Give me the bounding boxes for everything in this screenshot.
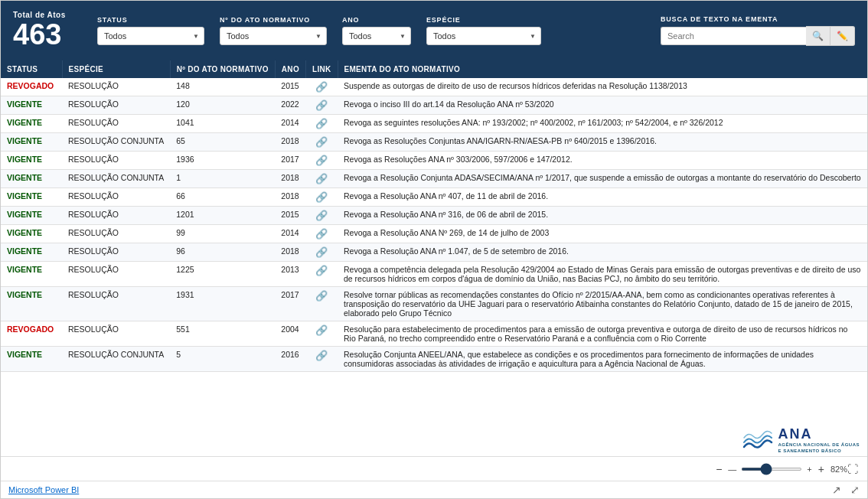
link-icon[interactable]: 🔗 [315, 325, 328, 336]
search-button[interactable]: 🔍 [806, 26, 830, 46]
table-row[interactable]: VIGENTE RESOLUÇÃO 96 2018 🔗 Revoga a Res… [1, 243, 867, 262]
data-table: STATUS ESPÉCIE Nº DO ATO NORMATIVO ANO L… [1, 60, 867, 372]
table-row[interactable]: VIGENTE RESOLUÇÃO 1931 2017 🔗 Resolve to… [1, 287, 867, 321]
total-atos-count: 463 [13, 19, 82, 51]
filter-especie-wrapper: Todos RESOLUÇÃO RESOLUÇÃO CONJUNTA [426, 27, 541, 45]
cell-especie: RESOLUÇÃO [62, 243, 170, 262]
cell-especie: RESOLUÇÃO [62, 96, 170, 115]
cell-especie: RESOLUÇÃO [62, 152, 170, 170]
table-header: STATUS ESPÉCIE Nº DO ATO NORMATIVO ANO L… [1, 60, 867, 78]
table-row[interactable]: VIGENTE RESOLUÇÃO 1936 2017 🔗 Revoga as … [1, 152, 867, 170]
cell-num: 551 [170, 321, 275, 347]
total-atos-block: Total de Atos 463 [13, 11, 82, 51]
cell-num: 1201 [170, 207, 275, 225]
cell-num: 66 [170, 188, 275, 207]
zoom-plus-button[interactable]: + [817, 463, 826, 475]
link-icon[interactable]: 🔗 [315, 155, 328, 166]
cell-num: 1225 [170, 262, 275, 287]
link-icon[interactable]: 🔗 [315, 136, 328, 148]
col-header-ano: ANO [275, 60, 305, 78]
link-icon[interactable]: 🔗 [315, 81, 328, 93]
ana-title: ANA [778, 426, 860, 442]
filter-ano-wrapper: Todos [342, 27, 411, 45]
col-header-ementa: EMENTA DO ATO NORMATIVO [338, 60, 867, 78]
cell-ano: 2015 [275, 207, 305, 225]
table-row[interactable]: VIGENTE RESOLUÇÃO 99 2014 🔗 Revoga a Res… [1, 225, 867, 243]
link-icon[interactable]: 🔗 [315, 228, 328, 240]
link-icon[interactable]: 🔗 [315, 99, 328, 111]
cell-link[interactable]: 🔗 [305, 133, 338, 152]
zoom-minus-button[interactable]: − [714, 463, 723, 475]
cell-link[interactable]: 🔗 [305, 321, 338, 347]
cell-link[interactable]: 🔗 [305, 170, 338, 188]
cell-especie: RESOLUÇÃO [62, 321, 170, 347]
cell-ementa: Revoga a Resolução Conjunta ADASA/SECIMA… [338, 170, 867, 188]
cell-status: VIGENTE [1, 287, 62, 321]
link-icon[interactable]: 🔗 [315, 118, 328, 129]
cell-ementa: Suspende as outorgas de direito de uso d… [338, 78, 867, 96]
table-row[interactable]: REVOGADO RESOLUÇÃO 551 2004 🔗 Resolução … [1, 321, 867, 347]
cell-num: 65 [170, 133, 275, 152]
zoom-percent-label: 82% [830, 465, 847, 474]
filter-status-select[interactable]: Todos VIGENTE REVOGADO [97, 27, 204, 45]
ana-logo-area: ANA AGÊNCIA NACIONAL DE ÁGUAS E SANEAMEN… [1, 423, 867, 456]
search-input-wrapper: 🔍 ✏️ [661, 26, 855, 46]
table-row[interactable]: VIGENTE RESOLUÇÃO CONJUNTA 65 2018 🔗 Rev… [1, 133, 867, 152]
filter-ano-select[interactable]: Todos [342, 27, 411, 45]
cell-link[interactable]: 🔗 [305, 262, 338, 287]
fullscreen-icon[interactable]: ⤢ [850, 484, 860, 496]
share-icon[interactable]: ↗ [832, 484, 841, 496]
search-input[interactable] [661, 27, 806, 45]
cell-link[interactable]: 🔗 [305, 347, 338, 372]
table-row[interactable]: VIGENTE RESOLUÇÃO 1225 2013 🔗 Revoga a c… [1, 262, 867, 287]
col-header-num: Nº DO ATO NORMATIVO [170, 60, 275, 78]
cell-ano: 2015 [275, 78, 305, 96]
link-icon[interactable]: 🔗 [315, 246, 328, 258]
cell-ementa: Revoga as Resoluções ANA nº 303/2006, 59… [338, 152, 867, 170]
link-icon[interactable]: 🔗 [315, 350, 328, 361]
cell-link[interactable]: 🔗 [305, 207, 338, 225]
cell-link[interactable]: 🔗 [305, 188, 338, 207]
link-icon[interactable]: 🔗 [315, 173, 328, 184]
filter-normativo-select[interactable]: Todos [220, 27, 327, 45]
cell-link[interactable]: 🔗 [305, 287, 338, 321]
table-row[interactable]: REVOGADO RESOLUÇÃO 148 2015 🔗 Suspende a… [1, 78, 867, 96]
cell-ano: 2004 [275, 321, 305, 347]
table-row[interactable]: VIGENTE RESOLUÇÃO CONJUNTA 1 2018 🔗 Revo… [1, 170, 867, 188]
link-icon[interactable]: 🔗 [315, 265, 328, 276]
filter-ano-group: ANO Todos [342, 16, 411, 45]
link-icon[interactable]: 🔗 [315, 191, 328, 203]
powerbi-link[interactable]: Microsoft Power BI [8, 485, 79, 494]
col-header-especie: ESPÉCIE [62, 60, 170, 78]
cell-num: 148 [170, 78, 275, 96]
cell-link[interactable]: 🔗 [305, 115, 338, 133]
expand-icon[interactable]: ⛶ [847, 463, 858, 475]
table-row[interactable]: VIGENTE RESOLUÇÃO 120 2022 🔗 Revoga o in… [1, 96, 867, 115]
cell-num: 99 [170, 225, 275, 243]
filter-especie-select[interactable]: Todos RESOLUÇÃO RESOLUÇÃO CONJUNTA [426, 27, 541, 45]
cell-especie: RESOLUÇÃO [62, 78, 170, 96]
filter-especie-group: ESPÉCIE Todos RESOLUÇÃO RESOLUÇÃO CONJUN… [426, 16, 541, 45]
table-row[interactable]: VIGENTE RESOLUÇÃO 1201 2015 🔗 Revoga a R… [1, 207, 867, 225]
cell-ano: 2017 [275, 152, 305, 170]
cell-especie: RESOLUÇÃO [62, 207, 170, 225]
cell-num: 1936 [170, 152, 275, 170]
table-row[interactable]: VIGENTE RESOLUÇÃO CONJUNTA 5 2016 🔗 Reso… [1, 347, 867, 372]
cell-link[interactable]: 🔗 [305, 225, 338, 243]
cell-link[interactable]: 🔗 [305, 96, 338, 115]
zoom-slider[interactable] [741, 468, 802, 471]
cell-especie: RESOLUÇÃO CONJUNTA [62, 347, 170, 372]
cell-link[interactable]: 🔗 [305, 78, 338, 96]
filter-especie-label: ESPÉCIE [426, 16, 541, 24]
cell-ano: 2014 [275, 225, 305, 243]
cell-link[interactable]: 🔗 [305, 152, 338, 170]
table-row[interactable]: VIGENTE RESOLUÇÃO 1041 2014 🔗 Revoga as … [1, 115, 867, 133]
cell-link[interactable]: 🔗 [305, 243, 338, 262]
table-row[interactable]: VIGENTE RESOLUÇÃO 66 2018 🔗 Revoga a Res… [1, 188, 867, 207]
search-clear-button[interactable]: ✏️ [830, 26, 855, 46]
cell-especie: RESOLUÇÃO [62, 287, 170, 321]
cell-especie: RESOLUÇÃO CONJUNTA [62, 133, 170, 152]
link-icon[interactable]: 🔗 [315, 290, 328, 302]
cell-ano: 2017 [275, 287, 305, 321]
link-icon[interactable]: 🔗 [315, 210, 328, 221]
